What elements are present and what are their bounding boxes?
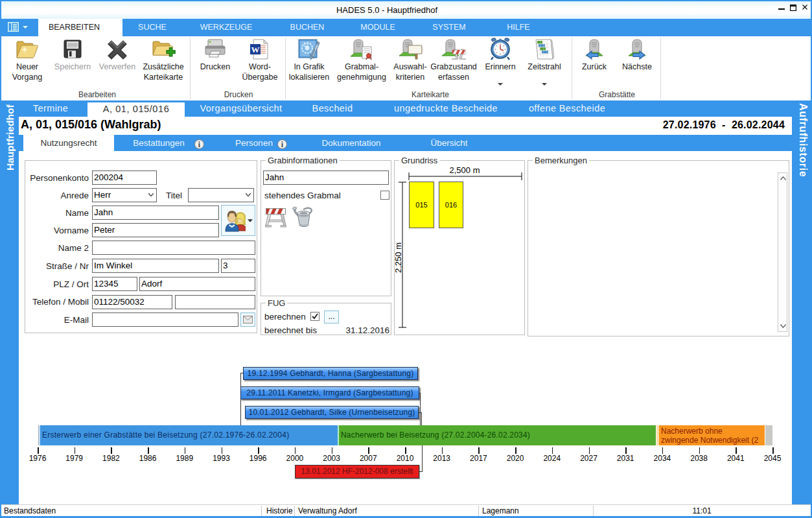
svg-text:12: 12 bbox=[303, 43, 308, 47]
svg-text:W: W bbox=[251, 45, 260, 54]
